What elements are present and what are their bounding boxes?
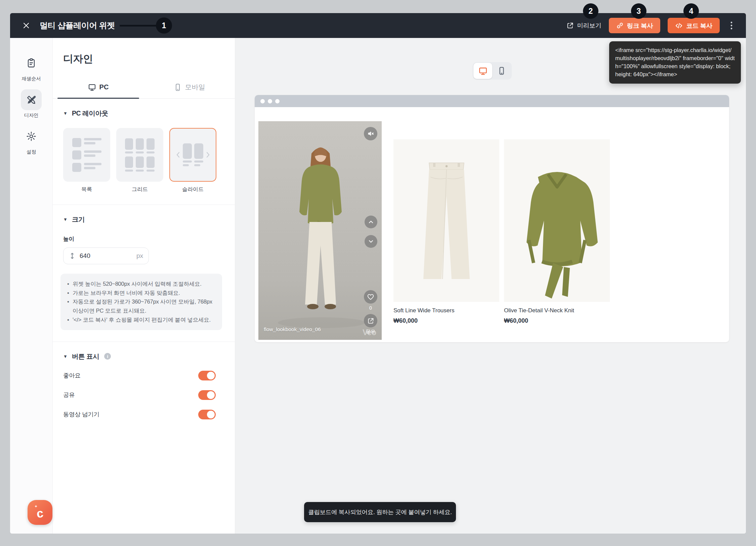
sidebar-item-play-order[interactable]: 재생순서 [21, 53, 42, 82]
page-title: 멀티 샵플레이어 위젯 [40, 20, 115, 31]
height-input[interactable] [80, 252, 117, 260]
heart-icon [367, 293, 374, 301]
next-video-button[interactable] [365, 235, 377, 248]
layout-option-label: 슬라이드 [169, 186, 216, 193]
tab-mobile[interactable]: 모바일 [144, 78, 235, 98]
like-button[interactable] [364, 290, 377, 304]
embed-code-tooltip: <iframe src="https://stg-player.charlla.… [609, 41, 741, 84]
mute-button[interactable] [364, 127, 377, 140]
help-note: 가로는 브라우저 화면 너비에 자동 맞춤돼요. [67, 288, 215, 298]
height-label: 높이 [63, 235, 224, 243]
info-icon [104, 353, 111, 360]
product-name: Soft Line Wide Trousers [393, 307, 499, 314]
video-skip-toggle[interactable] [198, 410, 216, 419]
layout-option-label: 그리드 [116, 186, 163, 193]
close-icon [22, 21, 30, 30]
section-header[interactable]: ▼ 크기 [63, 215, 224, 224]
copy-link-button[interactable]: 링크 복사 [609, 18, 661, 33]
widget-preview-body: 0 공유 flow_lookbook_video_06 Veo [255, 107, 729, 342]
external-link-icon [566, 22, 574, 29]
preview-desktop-button[interactable] [473, 63, 492, 79]
section-pc-layout: ▼ PC 레이아웃 목록 [53, 99, 235, 204]
sidebar-item-settings[interactable]: 설정 [21, 126, 42, 155]
section-size: ▼ 크기 높이 px 위젯 높이는 520~800px 사이에서 입력해 조절하… [53, 204, 235, 342]
window-dot [275, 99, 280, 103]
like-count: 0 [369, 305, 372, 311]
section-header[interactable]: ▼ PC 레이아웃 [63, 109, 224, 118]
share-toggle[interactable] [198, 390, 216, 400]
tab-label: PC [99, 83, 109, 91]
layout-option-list[interactable]: 목록 [63, 128, 110, 193]
copy-code-button[interactable]: 코드 복사 [668, 18, 720, 33]
chevron-down-icon [368, 238, 374, 245]
product-card[interactable]: Soft Line Wide Trousers ₩60,000 [393, 139, 499, 324]
sidebar-item-label: 디자인 [24, 112, 39, 119]
help-note: '</> 코드 복사' 후 쇼핑몰 페이지 편집기에 붙여 넣으세요. [67, 315, 215, 324]
section-header[interactable]: ▼ 버튼 표시 [63, 352, 224, 361]
tab-label: 모바일 [185, 83, 205, 92]
preview-mobile-button[interactable] [492, 63, 511, 79]
share-button[interactable] [364, 314, 377, 327]
design-panel: 디자인 PC 모바일 ▼ PC [53, 38, 235, 534]
lookbook-video-frame [258, 121, 382, 340]
preview-label: 미리보기 [577, 21, 601, 30]
height-unit: px [136, 252, 143, 260]
more-options-button[interactable] [727, 19, 736, 32]
link-icon [616, 22, 624, 29]
share-icon [367, 317, 374, 324]
list-layout-thumbnail [72, 138, 101, 172]
like-toggle[interactable] [198, 371, 216, 380]
annotation-badge-3: 3 [631, 3, 646, 19]
toggle-label: 동영상 넘기기 [63, 410, 99, 418]
height-input-box: px [63, 247, 149, 264]
product-image-knit [504, 139, 610, 302]
preview-device-toggle [473, 62, 512, 80]
browser-chrome-bar [255, 95, 729, 107]
layout-option-label: 목록 [63, 186, 110, 193]
help-note: 자동으로 설정된 가로가 360~767px 사이면 모바일, 768px 이상… [67, 297, 215, 315]
section-button-display: ▼ 버튼 표시 좋아요 공유 동영상 넘기기 [53, 342, 235, 431]
chevron-left-icon [176, 151, 180, 158]
clipboard-toast: 클립보드에 복사되었어요. 원하는 곳에 붙여넣기 하세요. [304, 502, 456, 522]
toggle-label: 공유 [63, 391, 75, 399]
header-actions: 미리보기 링크 복사 코드 복사 [566, 18, 736, 33]
annotation-line [120, 25, 157, 27]
window-dot [260, 99, 265, 103]
sidebar-item-label: 재생순서 [22, 76, 41, 82]
toggle-row-like: 좋아요 [63, 371, 224, 380]
previous-video-button[interactable] [365, 216, 377, 228]
toggle-label: 좋아요 [63, 371, 81, 379]
toggle-row-share: 공유 [63, 390, 224, 400]
layout-option-grid[interactable]: 그리드 [116, 128, 163, 193]
chevron-right-icon [206, 151, 210, 158]
size-help-box: 위젯 높이는 520~800px 사이에서 입력해 조절하세요. 가로는 브라우… [60, 274, 222, 330]
panel-title: 디자인 [63, 52, 235, 66]
window-dot [268, 99, 272, 103]
copy-code-label: 코드 복사 [686, 21, 712, 30]
slide-layout-thumbnail [176, 143, 210, 166]
close-button[interactable] [19, 18, 34, 33]
video-filename: flow_lookbook_video_06 [264, 326, 321, 332]
charla-logo-letter: c [36, 506, 44, 521]
help-note: 위젯 높이는 520~800px 사이에서 입력해 조절하세요. [67, 279, 215, 288]
code-icon [675, 22, 683, 30]
product-card[interactable]: Olive Tie-Detail V-Neck Knit ₩60,000 [504, 139, 610, 324]
preview-button[interactable]: 미리보기 [566, 21, 601, 30]
widget-preview-window: 0 공유 flow_lookbook_video_06 Veo [255, 95, 729, 342]
muted-speaker-icon [367, 130, 374, 137]
layout-option-slide[interactable]: 슬라이드 [169, 128, 216, 193]
video-watermark: Veo [363, 328, 376, 337]
video-player[interactable]: 0 공유 flow_lookbook_video_06 Veo [258, 121, 382, 340]
section-title: PC 레이아웃 [72, 109, 108, 118]
chevron-down-icon: ▼ [63, 217, 68, 222]
section-title: 크기 [72, 215, 85, 224]
gear-icon [26, 131, 37, 142]
sidebar-item-design[interactable]: 디자인 [21, 89, 42, 119]
playlist-icon [26, 58, 37, 69]
like-control: 0 [364, 290, 377, 311]
tab-pc[interactable]: PC [53, 78, 144, 98]
annotation-badge-2: 2 [583, 3, 598, 19]
device-tabs: PC 모바일 [53, 78, 235, 99]
charla-logo-fab[interactable]: c [28, 500, 52, 525]
chevron-down-icon: ▼ [63, 111, 68, 116]
